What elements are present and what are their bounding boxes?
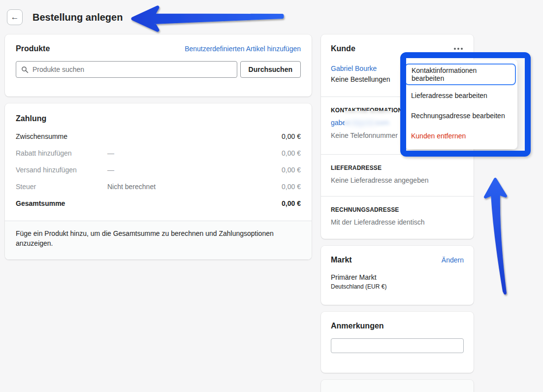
payment-row-detail: — [107,149,282,157]
add-custom-item-link[interactable]: Benutzerdefinierten Artikel hinzufügen [185,45,301,53]
browse-button[interactable]: Durchsuchen [240,61,301,78]
payment-row-total: Gesamtsumme 0,00 € [16,195,301,212]
product-search-input[interactable] [32,65,232,73]
menu-item-edit-contact-info[interactable]: Kontaktinformationen bearbeiten [405,64,516,85]
payment-footer-note: Füge ein Produkt hinzu, um die Gesamtsum… [5,221,312,260]
back-button[interactable]: ← [7,9,23,25]
payment-row-value: 0,00 € [282,149,301,157]
products-card-title: Produkte [16,44,50,53]
page-title: Bestellung anlegen [32,12,123,23]
page-header: ← Bestellung anlegen [0,0,543,32]
search-icon [21,66,29,73]
up-pointing-arrow [485,179,506,293]
add-shipping-link[interactable]: Versand hinzufügen [16,166,107,174]
payment-row-label: Steuer [16,183,107,191]
redacted-email-segment: mbgrvke [350,119,376,127]
horizontal-dots-icon [454,48,456,50]
notes-input[interactable] [331,338,464,353]
shipping-address-label: LIEFERADRESSE [331,164,464,171]
customer-name-link[interactable]: Gabriel Bourke [331,65,377,72]
products-card: Produkte Benutzerdefinierten Artikel hin… [5,34,312,97]
customer-actions-menu: Kontaktinformationen bearbeiten Lieferad… [405,60,517,149]
menu-item-edit-shipping-address[interactable]: Lieferadresse bearbeiten [405,85,517,105]
payment-row-shipping: Versand hinzufügen — 0,00 € [16,162,301,178]
payment-row-subtotal: Zwischensumme 0,00 € [16,128,301,145]
payment-row-discount: Rabatt hinzufügen — 0,00 € [16,145,301,162]
payment-row-value: 0,00 € [282,199,301,207]
payment-row-label: Zwischensumme [16,132,107,140]
payment-row-detail: — [107,166,282,174]
payment-row-value: 0,00 € [282,132,301,140]
payment-row-detail: Nicht berechnet [107,183,282,191]
billing-address-note: Mit der Lieferadresse identisch [331,218,464,226]
menu-item-remove-customer[interactable]: Kunden entfernen [405,126,517,146]
shipping-address-note: Keine Lieferadresse angegeben [331,176,464,184]
market-card-title: Markt [331,256,352,264]
notes-card-title: Anmerkungen [331,322,464,330]
add-discount-link[interactable]: Rabatt hinzufügen [16,149,107,157]
payment-card: Zahlung Zwischensumme 0,00 € Rabatt hinz… [5,103,312,260]
menu-item-edit-billing-address[interactable]: Rechnungsadresse bearbeiten [405,105,517,126]
primary-market-value: Deutschland (EUR €) [331,283,464,290]
partial-bottom-card [321,380,474,392]
notes-card: Anmerkungen [321,312,474,373]
customer-menu-button[interactable] [453,46,464,52]
customer-card-title: Kunde [331,44,355,53]
market-change-link[interactable]: Ändern [442,256,464,264]
market-card: Markt Ändern Primärer Markt Deutschland … [321,246,474,305]
payment-row-tax: Steuer Nicht berechnet 0,00 € [16,178,301,195]
payment-card-title: Zahlung [16,114,301,123]
primary-market-label: Primärer Markt [331,273,464,281]
payment-row-value: 0,00 € [282,166,301,174]
product-search-box [16,61,237,78]
billing-address-label: RECHNUNGSADRESSE [331,206,464,213]
payment-row-value: 0,00 € [282,183,301,191]
payment-row-label: Gesamtsumme [16,199,107,207]
back-arrow-icon: ← [11,12,19,22]
